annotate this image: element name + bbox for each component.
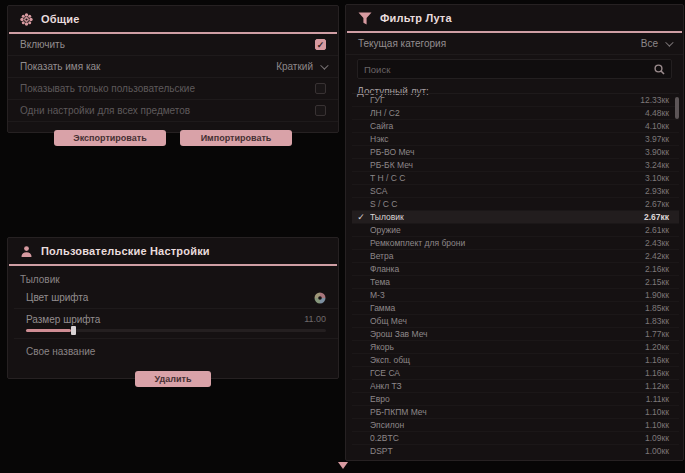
checkmark-icon: ✓ xyxy=(352,186,370,196)
loot-list-item[interactable]: ✓М-31.90кк xyxy=(352,289,679,302)
custom-buttons-row: Удалить xyxy=(8,363,338,393)
checkmark-icon: ✓ xyxy=(352,121,370,131)
name-mode-select[interactable]: Краткий xyxy=(276,61,326,72)
checkmark-icon: ✓ xyxy=(352,264,370,274)
loot-item-value: 2.16кк xyxy=(645,264,679,274)
name-mode-label: Показать имя как xyxy=(20,61,100,72)
search-icon[interactable] xyxy=(654,64,665,75)
checkmark-icon: ✓ xyxy=(352,134,370,144)
only-custom-checkbox[interactable] xyxy=(315,83,326,94)
loot-item-value: 4.10кк xyxy=(645,121,679,131)
loot-list-item[interactable]: ✓РБ-ВО Меч3.90кк xyxy=(352,146,679,159)
enable-checkbox[interactable]: ✓ xyxy=(315,39,326,50)
custom-panel-header: Пользовательские Настройки xyxy=(8,238,338,264)
category-row: Текущая категория Все xyxy=(346,33,683,55)
delete-button[interactable]: Удалить xyxy=(135,371,211,387)
loot-list-item[interactable]: ✓Тыловик2.67кк xyxy=(352,211,679,224)
color-wheel-icon[interactable] xyxy=(314,292,326,304)
custom-name-input[interactable] xyxy=(26,346,326,357)
loot-item-value: 1.20кк xyxy=(645,342,679,352)
loot-list-item[interactable]: ✓Анкл ТЗ1.12кк xyxy=(352,380,679,393)
loot-list-item[interactable]: ✓ГУГ12.33кк xyxy=(352,94,679,107)
loot-list-item[interactable]: ✓Эксп. общ1.16кк xyxy=(352,354,679,367)
loot-list-item[interactable]: ✓ГСЕ СА1.16кк xyxy=(352,367,679,380)
export-button[interactable]: Экспортировать xyxy=(54,130,166,146)
checkmark-icon: ✓ xyxy=(352,212,370,222)
search-field[interactable] xyxy=(357,59,672,79)
loot-list-item[interactable]: ✓Общ Меч1.83кк xyxy=(352,315,679,328)
loot-list-item[interactable]: ✓Фланка2.16кк xyxy=(352,263,679,276)
loot-list: ✓ГУГ12.33кк✓ЛН / С24.48кк✓Сайга4.10кк✓Нэ… xyxy=(352,93,679,456)
loot-item-value: 1.16кк xyxy=(645,355,679,365)
loot-list-item[interactable]: ✓DSPT1.00кк xyxy=(352,445,679,456)
loot-list-item[interactable]: ✓Эпсилон1.10кк xyxy=(352,419,679,432)
loot-list-item[interactable]: ✓Евро1.11кк xyxy=(352,393,679,406)
loot-item-name: ГУГ xyxy=(370,95,640,105)
loot-item-value: 3.97кк xyxy=(645,134,679,144)
loot-item-value: 1.09кк xyxy=(645,433,679,443)
loot-list-item[interactable]: ✓РБ-ПКПМ Меч1.10кк xyxy=(352,406,679,419)
loot-item-name: ЛН / С2 xyxy=(370,108,645,118)
loot-item-value: 2.42кк xyxy=(645,251,679,261)
general-buttons-row: Экспортировать Импортировать xyxy=(8,122,338,152)
selected-group-label: Тыловик xyxy=(8,266,338,287)
loot-item-value: 1.90кк xyxy=(645,290,679,300)
loot-item-name: Сайга xyxy=(370,121,645,131)
loot-item-name: Эксп. общ xyxy=(370,355,645,365)
loot-item-value: 3.10кк xyxy=(645,173,679,183)
loot-list-item[interactable]: ✓Оружие2.61кк xyxy=(352,224,679,237)
loot-item-name: РБ-ПКПМ Меч xyxy=(370,407,645,417)
setting-row-name-mode: Показать имя как Краткий xyxy=(8,56,338,78)
loot-item-value: 2.93кк xyxy=(645,186,679,196)
loot-list-item[interactable]: ✓SCA2.93кк xyxy=(352,185,679,198)
checkmark-icon: ✓ xyxy=(352,199,370,209)
checkmark-icon: ✓ xyxy=(352,355,370,365)
loot-item-value: 1.10кк xyxy=(645,420,679,430)
loot-list-item[interactable]: ✓Якорь1.20кк xyxy=(352,341,679,354)
loot-item-name: Анкл ТЗ xyxy=(370,381,645,391)
loot-list-item[interactable]: ✓Т Н / С С3.10кк xyxy=(352,172,679,185)
category-select[interactable]: Все xyxy=(641,38,671,49)
checkmark-icon: ✓ xyxy=(352,251,370,261)
loot-list-item[interactable]: ✓0.2BTC1.09кк xyxy=(352,432,679,445)
gear-icon xyxy=(20,13,33,26)
loot-list-item[interactable]: ✓Нэкс3.97кк xyxy=(352,133,679,146)
loot-list-item[interactable]: ✓Ремкомплект для брони2.43кк xyxy=(352,237,679,250)
setting-row-only-custom: Показывать только пользовательские xyxy=(8,78,338,100)
checkmark-icon: ✓ xyxy=(352,290,370,300)
checkmark-icon: ✓ xyxy=(352,303,370,313)
loot-list-item[interactable]: ✓Тема2.15кк xyxy=(352,276,679,289)
loot-item-name: Ветра xyxy=(370,251,645,261)
loot-list-item[interactable]: ✓Гамма1.85кк xyxy=(352,302,679,315)
loot-item-value: 4.48кк xyxy=(645,108,679,118)
search-input[interactable] xyxy=(364,64,654,75)
loot-list-item[interactable]: ✓Эрош Зав Меч1.77кк xyxy=(352,328,679,341)
filter-panel-title: Фильтр Лута xyxy=(380,12,452,24)
same-settings-checkbox[interactable] xyxy=(315,105,326,116)
collapse-arrow-icon[interactable] xyxy=(338,462,348,469)
font-size-value: 11.00 xyxy=(304,314,326,324)
loot-list-item[interactable]: ✓Сайга4.10кк xyxy=(352,120,679,133)
checkmark-icon: ✓ xyxy=(352,433,370,443)
loot-item-name: 0.2BTC xyxy=(370,433,645,443)
loot-list-item[interactable]: ✓ЛН / С24.48кк xyxy=(352,107,679,120)
font-size-label: Размер шрифта xyxy=(26,314,100,325)
checkmark-icon: ✓ xyxy=(352,446,370,456)
loot-list-item[interactable]: ✓S / С С2.67кк xyxy=(352,198,679,211)
font-size-slider[interactable] xyxy=(14,329,338,339)
checkmark-icon: ✓ xyxy=(352,173,370,183)
loot-item-value: 2.67кк xyxy=(645,199,679,209)
loot-item-name: Ремкомплект для брони xyxy=(370,238,645,248)
loot-item-value: 1.11кк xyxy=(646,394,679,404)
slider-track[interactable] xyxy=(26,329,326,332)
loot-item-value: 2.43кк xyxy=(645,238,679,248)
checkmark-icon: ✓ xyxy=(352,368,370,378)
loot-item-value: 2.67кк xyxy=(644,212,679,222)
scrollbar-thumb[interactable] xyxy=(675,97,679,119)
import-button[interactable]: Импортировать xyxy=(180,130,292,146)
loot-item-name: Тема xyxy=(370,277,645,287)
slider-thumb[interactable] xyxy=(71,326,76,335)
setting-row-enable: Включить ✓ xyxy=(8,34,338,56)
loot-list-item[interactable]: ✓Ветра2.42кк xyxy=(352,250,679,263)
loot-list-item[interactable]: ✓РБ-БК Меч3.24кк xyxy=(352,159,679,172)
